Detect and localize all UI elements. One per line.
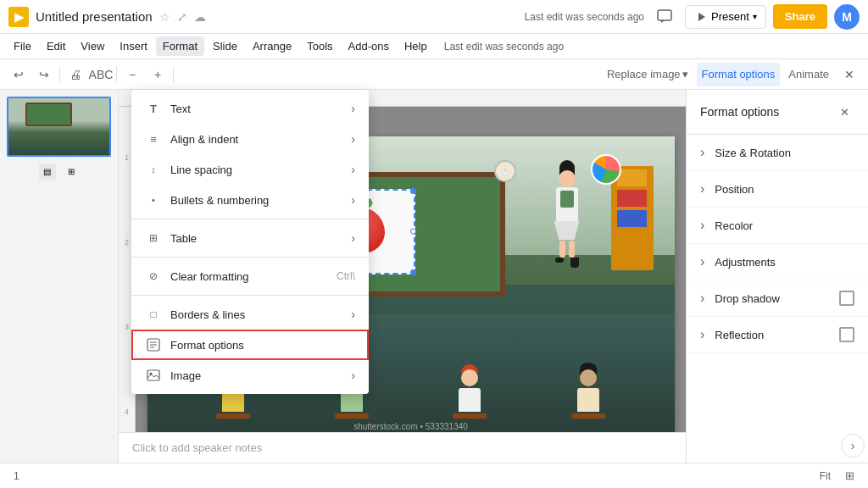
dropdown-item-line-spacing[interactable]: ↕ Line spacing › xyxy=(131,154,369,185)
arrow-table-icon: › xyxy=(351,231,355,245)
chevron-down-icon: ▾ xyxy=(753,12,757,21)
toolbar-undo[interactable]: ↩ xyxy=(7,63,31,86)
menu-file[interactable]: File xyxy=(7,36,38,56)
app-logo[interactable]: ▶ xyxy=(8,7,29,27)
zoom-level-display[interactable]: Fit xyxy=(815,469,836,484)
bottom-bar: 1 Fit ⊞ › xyxy=(0,463,868,488)
borders-icon: □ xyxy=(145,306,162,323)
format-section-recolor[interactable]: › Recolor xyxy=(687,208,868,244)
slide-thumbnail-1[interactable] xyxy=(7,97,111,157)
position-label: Position xyxy=(715,183,854,196)
arrow-text-icon: › xyxy=(351,102,355,115)
format-options-icon xyxy=(145,336,162,353)
toolbar-zoom-in[interactable]: + xyxy=(146,63,170,86)
chat-button[interactable] xyxy=(651,3,678,30)
chevron-position-icon: › xyxy=(700,181,704,197)
last-edit-menu: Last edit was seconds ago xyxy=(444,41,564,53)
expand-right-btn[interactable]: › xyxy=(841,434,865,458)
svg-marker-1 xyxy=(698,13,705,21)
speaker-notes-bar[interactable]: Click to add speaker notes xyxy=(119,432,686,463)
wall-clock: 🕐 xyxy=(494,160,516,182)
chevron-adjustments-icon: › xyxy=(700,254,704,269)
toolbar-spellcheck[interactable]: ABC xyxy=(89,63,113,86)
svg-rect-0 xyxy=(658,10,671,20)
slide-copyright: shutterstock.com • 533331340 xyxy=(353,422,468,431)
menu-tools[interactable]: Tools xyxy=(300,36,339,56)
grid-view-btn[interactable]: ⊞ xyxy=(839,466,860,486)
dropdown-divider-2 xyxy=(131,257,369,258)
slide-list-view[interactable]: ▤ xyxy=(39,164,56,180)
reflection-checkbox[interactable] xyxy=(839,327,854,342)
cabinet-right xyxy=(611,166,654,270)
replace-image-button[interactable]: Replace image ▾ xyxy=(602,63,693,86)
move-icon[interactable]: ⤢ xyxy=(177,10,187,24)
menu-view[interactable]: View xyxy=(74,36,111,56)
dropdown-item-bullets[interactable]: • Bullets & numbering › xyxy=(131,185,369,215)
arrow-bullets-icon: › xyxy=(351,193,355,207)
format-section-adjustments[interactable]: › Adjustments xyxy=(687,244,868,280)
format-options-toolbar-button[interactable]: Format options xyxy=(697,63,781,86)
menu-slide[interactable]: Slide xyxy=(206,36,244,56)
chevron-drop-shadow-icon: › xyxy=(700,291,704,306)
present-icon xyxy=(694,10,708,24)
dropdown-item-image[interactable]: Image › xyxy=(131,360,369,391)
toolbar-sep-3 xyxy=(173,66,174,83)
clear-formatting-icon: ⊘ xyxy=(145,268,162,285)
menu-format[interactable]: Format xyxy=(156,36,204,56)
text-icon: T xyxy=(145,100,162,117)
format-section-reflection[interactable]: › Reflection xyxy=(687,317,868,353)
format-panel-close-button[interactable]: ✕ xyxy=(834,102,854,122)
menu-bar: File Edit View Insert Format Slide Arran… xyxy=(0,34,868,59)
format-section-size-rotation[interactable]: › Size & Rotation xyxy=(687,135,868,171)
top-bar: ▶ Untitled presentation ☆ ⤢ ☁ Last edit … xyxy=(0,0,868,34)
image-small-icon xyxy=(147,369,160,382)
drop-shadow-checkbox[interactable] xyxy=(839,291,854,306)
menu-addons[interactable]: Add-ons xyxy=(342,36,396,56)
toolbar-sep-1 xyxy=(59,66,60,83)
toolbar-close-panel[interactable]: ✕ xyxy=(837,63,861,86)
doc-title: Untitled presentation xyxy=(36,9,153,24)
format-panel-header: Format options ✕ xyxy=(687,90,868,135)
menu-help[interactable]: Help xyxy=(398,36,434,56)
dropdown-divider-1 xyxy=(131,219,369,219)
dropdown-item-text[interactable]: T Text › xyxy=(131,93,369,124)
share-button[interactable]: Share xyxy=(773,4,827,29)
toolbar-redo[interactable]: ↪ xyxy=(32,63,56,86)
slide-number-display: 1 xyxy=(8,469,25,484)
format-dropdown-menu: T Text › ≡ Align & indent › ↕ Line spaci… xyxy=(131,90,369,394)
star-icon[interactable]: ☆ xyxy=(159,10,170,24)
dropdown-item-format-options[interactable]: Format options xyxy=(131,330,369,360)
menu-edit[interactable]: Edit xyxy=(40,36,72,56)
format-options-panel: Format options ✕ › Size & Rotation › Pos… xyxy=(686,90,868,463)
avatar[interactable]: M xyxy=(834,4,860,30)
svg-rect-6 xyxy=(147,370,159,380)
dropdown-item-clear-formatting[interactable]: ⊘ Clear formatting Ctrl\ xyxy=(131,261,369,291)
drop-shadow-label: Drop shadow xyxy=(715,292,839,305)
format-section-drop-shadow[interactable]: › Drop shadow xyxy=(687,280,868,317)
menu-insert[interactable]: Insert xyxy=(113,36,154,56)
format-panel-title: Format options xyxy=(700,105,779,119)
replace-image-arrow: ▾ xyxy=(682,68,688,80)
toolbar-print[interactable]: 🖨 xyxy=(64,63,87,86)
bullets-icon: • xyxy=(145,191,162,208)
dropdown-item-align[interactable]: ≡ Align & indent › xyxy=(131,124,369,154)
line-spacing-icon: ↕ xyxy=(145,161,162,178)
slide-grid-view[interactable]: ⊞ xyxy=(63,164,80,180)
slide-panel-bottom: ▤ ⊞ xyxy=(7,160,111,180)
menu-arrange[interactable]: Arrange xyxy=(246,36,298,56)
adjustments-label: Adjustments xyxy=(715,256,854,269)
main-content: ▤ ⊞ 3456789 1234 xyxy=(0,90,868,463)
animate-button[interactable]: Animate xyxy=(783,63,834,86)
arrow-image-icon: › xyxy=(351,369,355,382)
student-4 xyxy=(571,363,605,419)
dropdown-item-borders[interactable]: □ Borders & lines › xyxy=(131,299,369,330)
arrow-line-spacing-icon: › xyxy=(351,163,355,176)
clear-formatting-shortcut: Ctrl\ xyxy=(337,270,355,282)
present-button[interactable]: Present ▾ xyxy=(685,5,766,29)
dropdown-item-table[interactable]: ⊞ Table › xyxy=(131,223,369,253)
toolbar-zoom-out[interactable]: − xyxy=(120,63,144,86)
toolbar-sep-2 xyxy=(116,66,117,83)
format-section-position[interactable]: › Position xyxy=(687,171,868,208)
cloud-icon[interactable]: ☁ xyxy=(194,10,206,24)
chevron-reflection-icon: › xyxy=(700,327,704,342)
